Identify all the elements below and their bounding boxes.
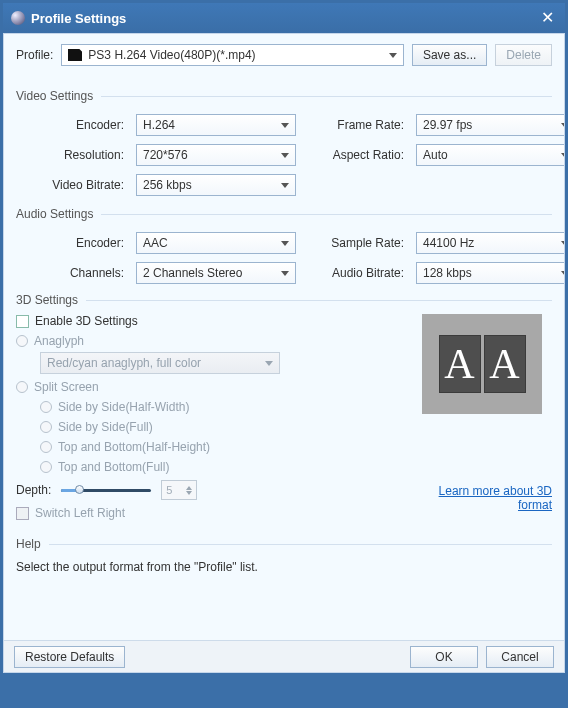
chevron-down-icon [281,271,289,276]
chevron-down-icon [561,271,564,276]
help-title: Help [16,537,49,551]
audio-bitrate-label: Audio Bitrate: [306,266,406,280]
channels-dropdown[interactable]: 2 Channels Stereo [136,262,296,284]
split-screen-label: Split Screen [34,380,99,394]
3d-settings-group: 3D Settings Enable 3D Settings Anaglyph [16,292,552,520]
client-area: Profile: PS3 H.264 Video(480P)(*.mp4) Sa… [3,33,565,673]
profile-label: Profile: [16,48,53,62]
app-icon [11,11,25,25]
audio-settings-title: Audio Settings [16,207,101,221]
preview-glyph-right: A [484,335,526,393]
framerate-dropdown[interactable]: 29.97 fps [416,114,564,136]
chevron-down-icon [561,123,564,128]
switch-lr-checkbox [16,507,29,520]
chevron-up-icon [186,486,192,490]
framerate-label: Frame Rate: [306,118,406,132]
video-bitrate-dropdown[interactable]: 256 kbps [136,174,296,196]
ok-button[interactable]: OK [410,646,478,668]
chevron-down-icon [265,361,273,366]
chevron-down-icon [281,241,289,246]
aspect-dropdown[interactable]: Auto [416,144,564,166]
sbs-full-radio [40,421,52,433]
window-title: Profile Settings [31,11,537,26]
chevron-down-icon [561,241,564,246]
video-bitrate-label: Video Bitrate: [16,178,126,192]
video-settings-group: Video Settings Encoder: H.264 Frame Rate… [16,88,552,196]
profile-value: PS3 H.264 Video(480P)(*.mp4) [88,48,255,62]
delete-button: Delete [495,44,552,66]
video-encoder-label: Encoder: [16,118,126,132]
help-group: Help Select the output format from the "… [16,536,552,574]
tb-full-radio [40,461,52,473]
audio-bitrate-dropdown[interactable]: 128 kbps [416,262,564,284]
anaglyph-radio [16,335,28,347]
video-settings-title: Video Settings [16,89,101,103]
tb-half-radio [40,441,52,453]
switch-lr-label: Switch Left Right [35,506,125,520]
resolution-dropdown[interactable]: 720*576 [136,144,296,166]
restore-defaults-button[interactable]: Restore Defaults [14,646,125,668]
enable-3d-checkbox[interactable] [16,315,29,328]
chevron-down-icon [389,53,397,58]
preview-glyph-left: A [439,335,481,393]
chevron-down-icon [561,153,564,158]
chevron-down-icon [281,153,289,158]
sbs-half-radio [40,401,52,413]
3d-settings-title: 3D Settings [16,293,86,307]
footer: Restore Defaults OK Cancel [4,640,564,672]
titlebar: Profile Settings ✕ [3,3,565,33]
aspect-label: Aspect Ratio: [306,148,406,162]
audio-encoder-label: Encoder: [16,236,126,250]
help-text: Select the output format from the "Profi… [16,560,552,574]
audio-encoder-dropdown[interactable]: AAC [136,232,296,254]
cancel-button[interactable]: Cancel [486,646,554,668]
profile-format-icon [68,49,82,61]
anaglyph-type-dropdown: Red/cyan anaglyph, full color [40,352,280,374]
learn-more-link[interactable]: Learn more about 3D format [439,484,552,512]
samplerate-dropdown[interactable]: 44100 Hz [416,232,564,254]
audio-settings-group: Audio Settings Encoder: AAC Sample Rate:… [16,206,552,284]
depth-spinner: 5 [161,480,197,500]
split-screen-radio [16,381,28,393]
chevron-down-icon [186,491,192,495]
chevron-down-icon [281,183,289,188]
enable-3d-label: Enable 3D Settings [35,314,138,328]
depth-label: Depth: [16,483,51,497]
samplerate-label: Sample Rate: [306,236,406,250]
profile-dropdown[interactable]: PS3 H.264 Video(480P)(*.mp4) [61,44,404,66]
chevron-down-icon [281,123,289,128]
channels-label: Channels: [16,266,126,280]
3d-preview: A A [422,314,542,414]
save-as-button[interactable]: Save as... [412,44,487,66]
video-encoder-dropdown[interactable]: H.264 [136,114,296,136]
anaglyph-label: Anaglyph [34,334,84,348]
depth-slider [61,483,151,497]
resolution-label: Resolution: [16,148,126,162]
close-icon[interactable]: ✕ [537,10,557,26]
